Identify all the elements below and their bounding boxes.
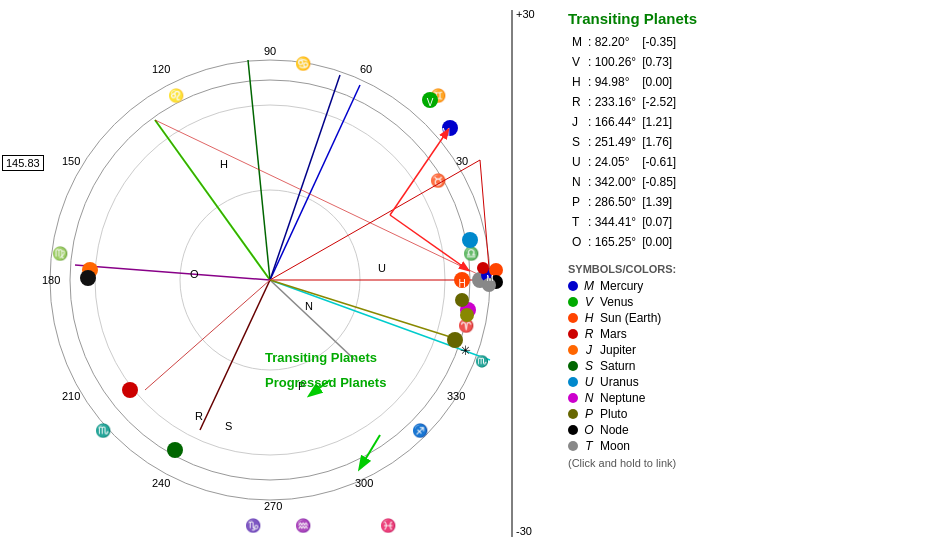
symbol-name: Neptune [600,391,645,405]
planet-data-row: S: 251.49°[1.76] [570,133,678,151]
svg-line-41 [75,265,270,280]
svg-line-36 [270,160,480,280]
svg-text:330: 330 [447,390,465,402]
symbol-letter: V [582,295,596,309]
symbol-name: Moon [600,439,630,453]
svg-text:U: U [378,262,386,274]
symbol-row: U Uranus [568,375,921,389]
symbol-row: P Pluto [568,407,921,421]
planet-data-row: O: 165.25°[0.00] [570,233,678,251]
svg-text:✳: ✳ [460,343,471,358]
planet-data-row: U: 24.05°[-0.61] [570,153,678,171]
click-note: (Click and hold to link) [568,457,921,469]
symbol-dot [568,281,578,291]
svg-text:S: S [225,420,232,432]
svg-text:♐: ♐ [412,422,429,439]
symbol-name: Sun (Earth) [600,311,661,325]
symbol-dot [568,377,578,387]
svg-point-55 [80,270,96,286]
svg-text:♒: ♒ [295,517,312,534]
svg-text:O: O [190,268,199,280]
planet-data-row: T: 344.41°[0.07] [570,213,678,231]
symbol-name: Mercury [600,279,643,293]
svg-point-61 [477,262,489,274]
symbol-dot [568,297,578,307]
symbol-row: H Sun (Earth) [568,311,921,325]
symbol-row: N Neptune [568,391,921,405]
symbols-title: SYMBOLS/COLORS: [568,263,921,275]
symbol-name: Venus [600,295,633,309]
right-panel: Transiting Planets M: 82.20°[-0.35]V: 10… [560,0,929,547]
symbol-row: J Jupiter [568,343,921,357]
symbol-dot [568,361,578,371]
annotation-progressed-label: Progressed Planets [265,375,386,390]
symbol-row: T Moon [568,439,921,453]
symbol-dot [568,441,578,451]
svg-text:H: H [458,278,465,289]
symbol-name: Uranus [600,375,639,389]
coordinate-label: 145.83 [2,155,44,171]
svg-text:60: 60 [360,63,372,75]
symbol-letter: M [582,279,596,293]
svg-text:♋: ♋ [295,55,312,72]
svg-line-44 [200,280,270,430]
planet-data-row: R: 233.16°[-2.52] [570,93,678,111]
svg-line-40 [155,120,490,280]
svg-point-49 [122,382,138,398]
symbols-list: M Mercury V Venus H Sun (Earth) R Mars J… [568,279,921,453]
symbol-letter: J [582,343,596,357]
symbol-letter: P [582,407,596,421]
symbol-letter: H [582,311,596,325]
symbol-name: Saturn [600,359,635,373]
svg-text:180: 180 [42,274,60,286]
symbol-letter: U [582,375,596,389]
svg-text:R: R [195,410,203,422]
svg-text:H: H [220,158,228,170]
svg-text:270: 270 [264,500,282,512]
symbol-name: Mars [600,327,627,341]
svg-text:N: N [305,300,313,312]
svg-text:-30: -30 [516,525,532,537]
symbol-row: V Venus [568,295,921,309]
panel-title: Transiting Planets [568,10,921,27]
svg-point-52 [462,232,478,248]
svg-point-51 [167,442,183,458]
svg-text:30: 30 [456,155,468,167]
svg-line-35 [270,280,490,360]
svg-text:M: M [486,273,494,283]
svg-text:150: 150 [62,155,80,167]
svg-text:♏: ♏ [95,422,112,439]
annotation-transiting-label: Transiting Planets [265,350,377,365]
symbol-dot [568,329,578,339]
symbol-row: S Saturn [568,359,921,373]
svg-line-42 [270,280,355,360]
svg-text:♍: ♍ [52,245,69,262]
symbol-dot [568,393,578,403]
svg-line-45 [145,280,270,390]
symbol-letter: O [582,423,596,437]
symbol-dot [568,313,578,323]
svg-text:90: 90 [264,45,276,57]
symbol-name: Node [600,423,629,437]
svg-text:120: 120 [152,63,170,75]
symbol-dot [568,345,578,355]
svg-text:V: V [427,97,434,108]
symbol-dot [568,409,578,419]
symbol-dot [568,425,578,435]
symbol-name: Pluto [600,407,627,421]
svg-text:210: 210 [62,390,80,402]
symbol-name: Jupiter [600,343,636,357]
symbol-letter: N [582,391,596,405]
symbol-letter: S [582,359,596,373]
svg-text:240: 240 [152,477,170,489]
symbol-letter: T [582,439,596,453]
symbol-row: M Mercury [568,279,921,293]
chart-area: +30 -30 0 30 60 90 120 150 180 210 240 2… [0,0,560,547]
planet-data-row: V: 100.26°[0.73] [570,53,678,71]
planet-data-row: M: 82.20°[-0.35] [570,33,678,51]
svg-line-80 [360,435,380,468]
planet-data-row: N: 342.00°[-0.85] [570,173,678,191]
planet-data-row: P: 286.50°[1.39] [570,193,678,211]
svg-text:300: 300 [355,477,373,489]
svg-text:♌: ♌ [168,87,185,104]
